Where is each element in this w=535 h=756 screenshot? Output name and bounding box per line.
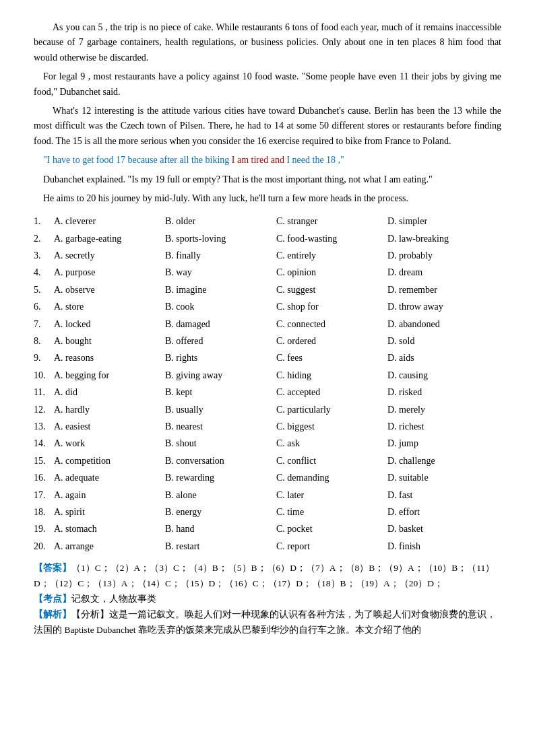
option-19a: A. stomach (54, 522, 165, 537)
option-row-6: 6. A. store B. cook C. shop for D. throw… (34, 300, 501, 314)
option-11c: C. accepted (276, 385, 387, 400)
option-num-16: 16. (34, 471, 54, 485)
option-18a: A. spirit (54, 505, 165, 520)
option-10d: D. causing (387, 368, 482, 383)
knowledge-line: 【考点】记叙文，人物故事类 (34, 592, 501, 607)
option-4d: D. dream (387, 265, 482, 280)
option-15b: B. conversation (165, 454, 276, 469)
option-num-12: 12. (34, 403, 54, 417)
option-num-4: 4. (34, 265, 54, 280)
option-19c: C. pocket (276, 522, 387, 537)
option-16d: D. suitable (387, 471, 482, 485)
option-19d: D. basket (387, 522, 482, 537)
option-5b: B. imagine (165, 283, 276, 298)
option-2d: D. law-breaking (387, 232, 482, 246)
option-10b: B. giving away (165, 368, 276, 383)
option-13b: B. nearest (165, 419, 276, 434)
passage-p2: For legal 9 , most restaurants have a po… (34, 69, 501, 100)
option-row-18: 18. A. spirit B. energy C. time D. effor… (34, 505, 501, 520)
option-1a: A. cleverer (54, 214, 165, 229)
passage-q2: Dubanchet explained. "Is my 19 full or e… (34, 172, 501, 187)
option-17d: D. fast (387, 488, 482, 503)
passage-q1: "I have to get food 17 because after all… (34, 153, 501, 168)
analysis-line: 【解析】【分析】这是一篇记叙文。唤起人们对一种现象的认识有各种方法，为了唤起人们… (34, 607, 501, 638)
option-row-10: 10. A. begging for B. giving away C. hid… (34, 368, 501, 383)
option-row-19: 19. A. stomach B. hand C. pocket D. bask… (34, 522, 501, 537)
options-section: 1. A. cleverer B. older C. stranger D. s… (34, 214, 501, 554)
analysis-label: 【解析】 (34, 609, 71, 619)
option-6d: D. throw away (387, 300, 482, 314)
option-14d: D. jump (387, 436, 482, 451)
option-16c: C. demanding (276, 471, 387, 485)
option-7c: C. connected (276, 317, 387, 332)
option-num-20: 20. (34, 539, 54, 554)
option-row-13: 13. A. easiest B. nearest C. biggest D. … (34, 419, 501, 434)
option-num-7: 7. (34, 317, 54, 332)
option-17c: C. later (276, 488, 387, 503)
option-4a: A. purpose (54, 265, 165, 280)
option-row-8: 8. A. bought B. offered C. ordered D. so… (34, 334, 501, 349)
option-14a: A. work (54, 436, 165, 451)
option-row-20: 20. A. arrange B. restart C. report D. f… (34, 539, 501, 554)
option-row-7: 7. A. locked B. damaged C. connected D. … (34, 317, 501, 332)
option-row-5: 5. A. observe B. imagine C. suggest D. r… (34, 283, 501, 298)
option-12b: B. usually (165, 403, 276, 417)
option-16a: A. adequate (54, 471, 165, 485)
option-1d: D. simpler (387, 214, 482, 229)
option-12a: A. hardly (54, 403, 165, 417)
option-14c: C. ask (276, 436, 387, 451)
option-num-3: 3. (34, 248, 54, 263)
knowledge-label: 【考点】 (34, 594, 71, 604)
option-5c: C. suggest (276, 283, 387, 298)
option-15a: A. competition (54, 454, 165, 469)
option-12c: C. particularly (276, 403, 387, 417)
option-num-6: 6. (34, 300, 54, 314)
option-num-8: 8. (34, 334, 54, 349)
option-9d: D. aids (387, 351, 482, 366)
option-18b: B. energy (165, 505, 276, 520)
option-6a: A. store (54, 300, 165, 314)
option-num-17: 17. (34, 488, 54, 503)
red-text-1: I am tired and (232, 155, 287, 165)
option-1c: C. stranger (276, 214, 387, 229)
option-row-1: 1. A. cleverer B. older C. stranger D. s… (34, 214, 501, 229)
option-16b: B. rewarding (165, 471, 276, 485)
option-num-13: 13. (34, 419, 54, 434)
option-row-4: 4. A. purpose B. way C. opinion D. dream (34, 265, 501, 280)
option-6c: C. shop for (276, 300, 387, 314)
option-row-2: 2. A. garbage-eating B. sports-loving C.… (34, 232, 501, 246)
option-row-15: 15. A. competition B. conversation C. co… (34, 454, 501, 469)
option-10c: C. hiding (276, 368, 387, 383)
passage-q3: He aims to 20 his journey by mid-July. W… (34, 191, 501, 206)
option-17b: B. alone (165, 488, 276, 503)
option-19b: B. hand (165, 522, 276, 537)
quote-text-1: "I have to get food 17 because after all… (43, 155, 232, 165)
option-10a: A. begging for (54, 368, 165, 383)
option-3c: C. entirely (276, 248, 387, 263)
option-num-11: 11. (34, 385, 54, 400)
option-8b: B. offered (165, 334, 276, 349)
passage-p3: What's 12 interesting is the attitude va… (34, 104, 501, 149)
option-num-15: 15. (34, 454, 54, 469)
quote-text-2: I need the 18 ," (286, 155, 344, 165)
analysis-prefix: 【分析】 (71, 609, 109, 619)
option-20d: D. finish (387, 539, 482, 554)
option-row-3: 3. A. secretly B. finally C. entirely D.… (34, 248, 501, 263)
option-1b: B. older (165, 214, 276, 229)
option-17a: A. again (54, 488, 165, 503)
option-num-9: 9. (34, 351, 54, 366)
option-row-12: 12. A. hardly B. usually C. particularly… (34, 403, 501, 417)
option-13a: A. easiest (54, 419, 165, 434)
option-3a: A. secretly (54, 248, 165, 263)
answer-section: 【答案】（1）C；（2）A；（3）C；（4）B；（5）B；（6）D；（7）A；（… (34, 561, 501, 638)
option-row-9: 9. A. reasons B. rights C. fees D. aids (34, 351, 501, 366)
option-row-17: 17. A. again B. alone C. later D. fast (34, 488, 501, 503)
passage-section: As you can 5 , the trip is no piece of c… (34, 20, 501, 206)
answer-text: （1）C；（2）A；（3）C；（4）B；（5）B；（6）D；（7）A；（8）B；… (34, 563, 495, 588)
passage-p1: As you can 5 , the trip is no piece of c… (34, 20, 501, 65)
option-11b: B. kept (165, 385, 276, 400)
option-13d: D. richest (387, 419, 482, 434)
option-8c: C. ordered (276, 334, 387, 349)
option-num-14: 14. (34, 436, 54, 451)
option-9a: A. reasons (54, 351, 165, 366)
